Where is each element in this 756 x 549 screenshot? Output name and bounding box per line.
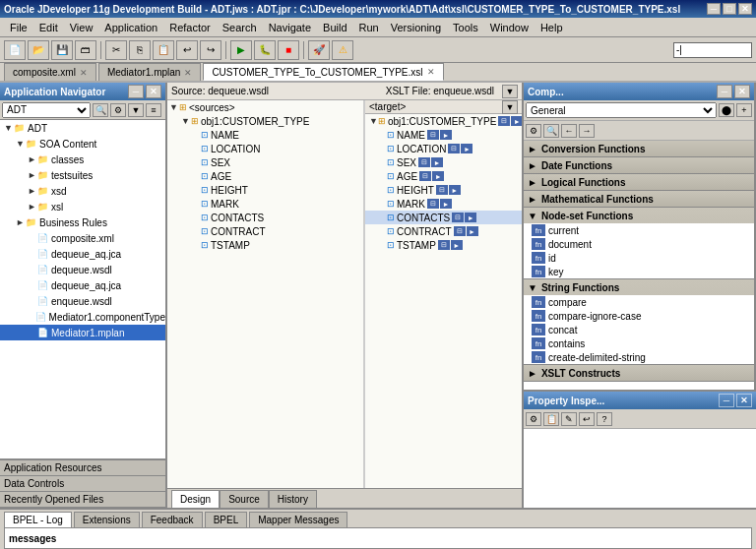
- connect-btn[interactable]: ⊟: [418, 157, 430, 167]
- tree-node-bizrules[interactable]: ► 📁 Business Rules: [0, 214, 165, 230]
- cut-button[interactable]: ✂: [105, 40, 127, 60]
- func-group-header[interactable]: ► Conversion Functions: [524, 141, 754, 156]
- menu-help[interactable]: Help: [535, 20, 569, 35]
- func-group-header[interactable]: ► Date Functions: [524, 157, 754, 173]
- menu-edit[interactable]: Edit: [33, 20, 64, 35]
- project-dropdown[interactable]: ADT: [2, 102, 91, 118]
- tab-design[interactable]: Design: [171, 490, 220, 508]
- menu-application[interactable]: Application: [98, 20, 163, 35]
- func-toolbar-btn2[interactable]: 🔍: [543, 124, 559, 138]
- func-toolbar-btn4[interactable]: →: [579, 124, 595, 138]
- connect-btn[interactable]: ⊟: [438, 240, 450, 250]
- warn-button[interactable]: ⚠: [332, 40, 353, 60]
- btab-mapper[interactable]: Mapper Messages: [249, 512, 347, 527]
- tab-close-icon[interactable]: ✕: [427, 67, 435, 77]
- connect-btn[interactable]: ⊟: [419, 171, 431, 181]
- connect-btn[interactable]: ⊟: [452, 213, 464, 222]
- source-tstamp[interactable]: ⊡ TSTAMP: [167, 238, 363, 252]
- tree-node-testsuites[interactable]: ► 📁 testsuites: [0, 167, 165, 183]
- comp-minimize-btn[interactable]: ─: [717, 85, 732, 98]
- func-btn2[interactable]: +: [736, 103, 752, 117]
- func-toolbar-btn1[interactable]: ⚙: [526, 124, 541, 138]
- source-sex[interactable]: ⊡ SEX: [167, 155, 363, 169]
- data-controls-section[interactable]: Data Controls: [0, 476, 165, 492]
- func-item-current[interactable]: fn current: [524, 223, 754, 237]
- target-mark[interactable]: ⊡ MARK ⊟ ►: [365, 197, 522, 211]
- func-item-compare-ignore[interactable]: fn compare-ignore-case: [524, 309, 754, 323]
- expand-btn[interactable]: ►: [440, 199, 452, 209]
- menu-versioning[interactable]: Versioning: [385, 20, 447, 35]
- expand-btn[interactable]: ►: [432, 171, 444, 181]
- menu-window[interactable]: Window: [484, 20, 535, 35]
- nav-minimize-button[interactable]: ─: [128, 85, 144, 98]
- save-all-button[interactable]: 🗃: [75, 40, 96, 60]
- expand-btn[interactable]: ►: [431, 157, 443, 167]
- deploy-button[interactable]: 🚀: [308, 40, 330, 60]
- func-btn1[interactable]: ⬤: [719, 103, 734, 117]
- prop-btn1[interactable]: ⚙: [526, 412, 541, 426]
- connect-btn[interactable]: ⊟: [498, 116, 510, 126]
- func-group-header[interactable]: ▼ Node-set Functions: [524, 208, 754, 223]
- source-contacts[interactable]: ⊡ CONTACTS: [167, 211, 363, 224]
- search-input[interactable]: [673, 42, 752, 58]
- func-item-create-delimited[interactable]: fn create-delimited-string: [524, 350, 754, 364]
- target-sex[interactable]: ⊡ SEX ⊟ ►: [365, 155, 522, 169]
- target-tstamp[interactable]: ⊡ TSTAMP ⊟ ►: [365, 238, 522, 252]
- target-name[interactable]: ⊡ NAME ⊟ ►: [365, 128, 522, 142]
- maximize-button[interactable]: □: [723, 3, 736, 15]
- tab-close-icon[interactable]: ✕: [80, 68, 88, 78]
- minimize-button[interactable]: ─: [707, 3, 721, 15]
- nav-btn3[interactable]: ▼: [128, 103, 144, 117]
- source-mark[interactable]: ⊡ MARK: [167, 197, 363, 211]
- connect-btn[interactable]: ⊟: [448, 144, 460, 153]
- paste-button[interactable]: 📋: [153, 40, 174, 60]
- btab-bpel[interactable]: BPEL: [205, 512, 248, 527]
- expand-btn[interactable]: ►: [461, 144, 472, 153]
- tree-node-classes[interactable]: ► 📁 classes: [0, 152, 165, 167]
- debug-button[interactable]: 🐛: [254, 40, 276, 60]
- func-item-compare[interactable]: fn compare: [524, 295, 754, 309]
- close-button[interactable]: ✕: [738, 3, 752, 15]
- prop-btn5[interactable]: ?: [597, 412, 612, 426]
- func-group-header[interactable]: ▼ String Functions: [524, 279, 754, 295]
- menu-build[interactable]: Build: [317, 20, 352, 35]
- run-button[interactable]: ▶: [230, 40, 252, 60]
- func-item-id[interactable]: fn id: [524, 251, 754, 265]
- btab-bpel-log[interactable]: BPEL - Log: [4, 512, 72, 527]
- new-button[interactable]: 📄: [4, 40, 26, 60]
- nav-btn2[interactable]: ⚙: [110, 103, 126, 117]
- app-resources-section[interactable]: Application Resources: [0, 460, 165, 476]
- prop-btn4[interactable]: ↩: [579, 412, 595, 426]
- func-group-header[interactable]: ► XSLT Constructs: [524, 365, 754, 381]
- menu-view[interactable]: View: [64, 20, 99, 35]
- tree-file-enqueue-wsdl[interactable]: 📄 enqueue.wsdl: [0, 293, 165, 309]
- tree-node-xsd[interactable]: ► 📁 xsd: [0, 183, 165, 199]
- prop-minimize-btn[interactable]: ─: [719, 394, 734, 407]
- func-item-concat[interactable]: fn concat: [524, 323, 754, 336]
- prop-close-btn[interactable]: ✕: [736, 394, 752, 407]
- tab-mediator-mplan[interactable]: Mediator1.mplan ✕: [98, 63, 201, 81]
- copy-button[interactable]: ⎘: [129, 40, 151, 60]
- source-location[interactable]: ⊡ LOCATION: [167, 142, 363, 155]
- target-location[interactable]: ⊡ LOCATION ⊟ ►: [365, 142, 522, 155]
- expand-btn[interactable]: ►: [465, 213, 476, 222]
- tree-node-soa[interactable]: ▼ 📁 SOA Content: [0, 136, 165, 152]
- expand-btn[interactable]: ►: [451, 240, 463, 250]
- connect-btn[interactable]: ⊟: [454, 226, 466, 236]
- tree-node-xsl[interactable]: ► 📁 xsl: [0, 199, 165, 214]
- target-contacts[interactable]: ⊡ CONTACTS ⊟ ►: [365, 211, 522, 224]
- prop-btn2[interactable]: 📋: [543, 412, 559, 426]
- source-customer-type[interactable]: ▼ ⊞ obj1:CUSTOMER_TYPE: [167, 114, 363, 128]
- nav-btn4[interactable]: ≡: [146, 103, 161, 117]
- expand-btn[interactable]: ►: [449, 185, 461, 195]
- undo-button[interactable]: ↩: [176, 40, 198, 60]
- target-contract[interactable]: ⊡ CONTRACT ⊟ ►: [365, 224, 522, 238]
- stop-button[interactable]: ■: [278, 40, 299, 60]
- func-toolbar-btn3[interactable]: ←: [561, 124, 577, 138]
- tab-history[interactable]: History: [269, 490, 317, 508]
- target-age[interactable]: ⊡ AGE ⊟ ►: [365, 169, 522, 183]
- func-group-header[interactable]: ► Logical Functions: [524, 174, 754, 190]
- expand-btn[interactable]: ►: [467, 226, 478, 236]
- tab-xslt-file[interactable]: CUSTOMER_TYPE_To_CUSTOMER_TYPE.xsl ✕: [203, 63, 443, 81]
- save-button[interactable]: 💾: [51, 40, 73, 60]
